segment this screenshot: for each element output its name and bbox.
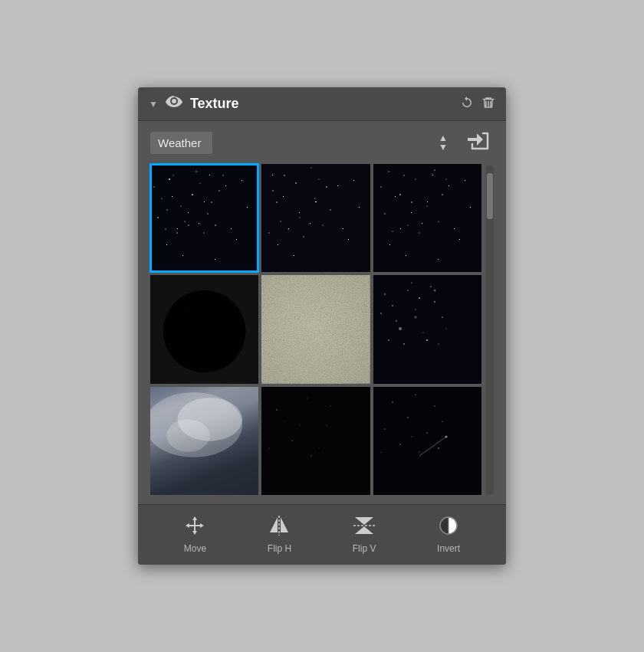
texture-category-dropdown[interactable]: Weather Nature Concrete Metal Fabric	[150, 132, 212, 154]
svg-point-25	[277, 201, 278, 202]
collapse-chevron-icon[interactable]: ▼	[149, 99, 158, 110]
svg-point-88	[319, 447, 320, 448]
texture-cell-7[interactable]	[150, 387, 258, 495]
svg-point-29	[315, 198, 316, 198]
svg-point-91	[284, 421, 285, 421]
texture-cell-3[interactable]	[373, 164, 481, 272]
texture-cell-9[interactable]	[373, 387, 481, 495]
invert-label: Invert	[437, 543, 460, 554]
svg-point-60	[411, 283, 412, 283]
visibility-eye-icon[interactable]	[166, 95, 182, 113]
svg-point-90	[300, 424, 301, 425]
svg-point-2	[196, 171, 196, 172]
svg-point-50	[380, 186, 381, 187]
svg-point-78	[414, 316, 417, 319]
texture-cell-5[interactable]	[261, 275, 370, 383]
flip-h-label: Flip H	[268, 543, 291, 554]
svg-marker-118	[355, 517, 373, 525]
svg-point-6	[207, 213, 208, 214]
texture-cell-4[interactable]	[150, 275, 258, 383]
svg-point-7	[188, 224, 189, 226]
svg-point-99	[407, 417, 409, 418]
flip-v-button[interactable]: Flip V	[345, 513, 384, 557]
flip-v-icon	[353, 516, 375, 540]
texture-cell-2[interactable]	[261, 164, 370, 272]
svg-point-89	[269, 447, 270, 448]
svg-point-63	[422, 333, 423, 333]
svg-point-18	[184, 221, 185, 221]
svg-point-87	[292, 440, 293, 441]
texture-panel: ▼ Texture Weather Nature Concrete Me	[138, 87, 506, 565]
flip-v-label: Flip V	[353, 543, 376, 554]
svg-point-52	[403, 175, 405, 176]
svg-rect-114	[189, 525, 201, 526]
texture-cell-6[interactable]	[373, 275, 481, 383]
svg-point-39	[415, 179, 416, 179]
move-label: Move	[184, 543, 206, 554]
svg-point-61	[434, 301, 435, 303]
svg-point-46	[419, 232, 420, 234]
svg-point-9	[215, 224, 216, 226]
svg-point-20	[166, 209, 167, 210]
svg-point-10	[176, 232, 177, 233]
svg-point-102	[399, 444, 401, 445]
svg-point-65	[388, 340, 389, 341]
svg-point-28	[269, 232, 270, 233]
svg-rect-21	[261, 164, 370, 272]
import-button[interactable]	[462, 130, 494, 155]
svg-point-105	[380, 451, 381, 452]
svg-point-12	[165, 228, 166, 230]
svg-rect-57	[261, 275, 370, 383]
svg-point-69	[380, 313, 381, 314]
svg-point-33	[304, 236, 305, 238]
svg-point-24	[326, 186, 327, 188]
svg-point-92	[330, 405, 331, 406]
svg-point-48	[438, 221, 439, 221]
svg-point-40	[434, 169, 435, 171]
svg-point-73	[445, 329, 446, 329]
svg-point-13	[211, 201, 212, 202]
svg-point-106	[411, 436, 412, 437]
svg-point-27	[323, 224, 324, 226]
svg-point-42	[426, 205, 427, 206]
scrollbar[interactable]	[486, 165, 494, 495]
svg-point-23	[311, 167, 312, 168]
dropdown-toolbar: Weather Nature Concrete Metal Fabric ▲ ▼	[138, 121, 506, 164]
scrollbar-thumb[interactable]	[487, 173, 493, 219]
invert-icon	[439, 516, 458, 540]
svg-point-36	[281, 221, 282, 222]
reset-icon[interactable]	[460, 96, 474, 113]
svg-point-76	[399, 327, 402, 330]
svg-point-84	[277, 409, 278, 410]
svg-point-67	[430, 287, 432, 288]
svg-point-96	[415, 394, 416, 395]
move-button[interactable]: Move	[176, 513, 214, 557]
dropdown-arrows-icon: ▲ ▼	[439, 133, 448, 152]
svg-point-70	[438, 344, 439, 345]
svg-point-31	[330, 209, 331, 210]
texture-cell-1[interactable]	[150, 164, 258, 272]
texture-cell-8[interactable]	[261, 387, 370, 495]
texture-grid	[150, 164, 481, 495]
svg-rect-94	[373, 387, 481, 495]
flip-h-button[interactable]: Flip H	[260, 513, 299, 557]
svg-point-41	[399, 194, 401, 195]
flip-h-icon	[268, 516, 290, 540]
svg-point-19	[222, 175, 224, 176]
svg-point-35	[319, 179, 320, 179]
svg-point-101	[442, 421, 442, 421]
svg-rect-58	[373, 275, 481, 383]
svg-rect-83	[261, 387, 370, 495]
svg-point-4	[180, 205, 181, 206]
svg-point-45	[407, 224, 408, 225]
texture-grid-area	[138, 164, 506, 504]
svg-rect-0	[150, 164, 258, 272]
svg-point-11	[199, 182, 200, 183]
svg-point-104	[438, 447, 439, 448]
svg-point-15	[172, 175, 173, 175]
svg-point-5	[157, 217, 159, 218]
svg-point-1	[169, 179, 170, 180]
delete-trash-icon[interactable]	[481, 96, 495, 113]
invert-button[interactable]: Invert	[429, 513, 468, 557]
svg-point-64	[442, 317, 443, 319]
